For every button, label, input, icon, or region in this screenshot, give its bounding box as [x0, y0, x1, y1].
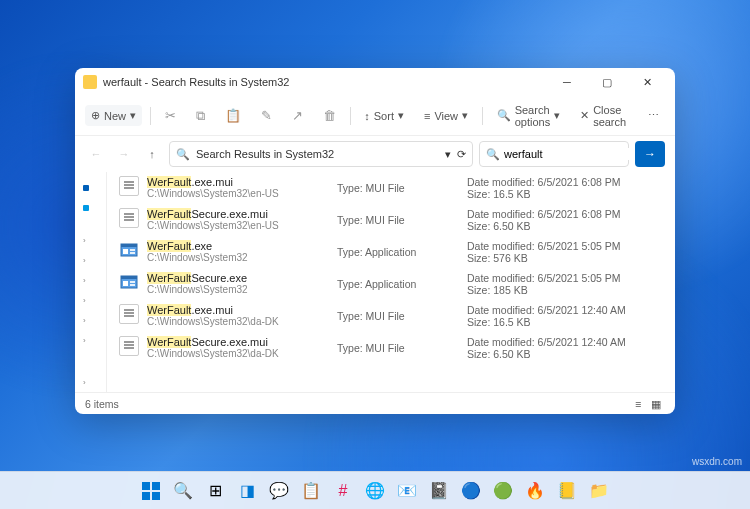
thumbnails-view-button[interactable]: ▦ — [647, 397, 665, 411]
file-type: Type: MUI File — [337, 336, 467, 360]
nav-pane: › › › › › › › — [75, 172, 107, 392]
sidebar-expand[interactable]: › — [75, 250, 106, 270]
file-name: WerFault.exe.mui — [147, 176, 337, 188]
file-date: Date modified: 6/5/2021 5:05 PM — [467, 240, 667, 252]
sort-button[interactable]: ↕ Sort ▾ — [358, 105, 410, 126]
minimize-button[interactable]: ─ — [547, 68, 587, 96]
svg-rect-10 — [142, 482, 150, 490]
result-row[interactable]: WerFault.exeC:\Windows\System32Type: App… — [107, 236, 675, 268]
command-bar: ⊕ New ▾ ✂ ⧉ 📋 ✎ ↗ 🗑 ↕ Sort ▾ ≡ View ▾ 🔍 … — [75, 96, 675, 136]
file-date: Date modified: 6/5/2021 12:40 AM — [467, 304, 667, 316]
taskbar-app-icon[interactable]: 🟢 — [489, 477, 517, 505]
result-row[interactable]: WerFaultSecure.exe.muiC:\Windows\System3… — [107, 204, 675, 236]
copy-button[interactable]: ⧉ — [190, 104, 211, 128]
refresh-button[interactable]: ⟳ — [457, 148, 466, 161]
address-bar-row: ← → ↑ 🔍 Search Results in System32 ▾ ⟳ 🔍… — [75, 136, 675, 172]
close-button[interactable]: ✕ — [627, 68, 667, 96]
file-size: Size: 16.5 KB — [467, 188, 667, 200]
edge-icon[interactable]: 🌐 — [361, 477, 389, 505]
cut-button[interactable]: ✂ — [159, 104, 182, 127]
file-size: Size: 576 KB — [467, 252, 667, 264]
search-options-button[interactable]: 🔍 Search options ▾ — [491, 100, 566, 132]
taskbar-app-icon[interactable]: 📋 — [297, 477, 325, 505]
search-go-button[interactable]: → — [635, 141, 665, 167]
file-date: Date modified: 6/5/2021 6:08 PM — [467, 208, 667, 220]
maximize-button[interactable]: ▢ — [587, 68, 627, 96]
file-icon — [119, 304, 139, 324]
file-path: C:\Windows\System32 — [147, 252, 337, 263]
window-title: werfault - Search Results in System32 — [103, 76, 289, 88]
file-size: Size: 6.50 KB — [467, 220, 667, 232]
rename-button[interactable]: ✎ — [255, 104, 278, 127]
results-list: WerFault.exe.muiC:\Windows\System32\en-U… — [107, 172, 675, 392]
search-glyph-icon: 🔍 — [176, 148, 190, 161]
taskbar-app-icon[interactable]: 🔥 — [521, 477, 549, 505]
taskbar-app-icon[interactable]: 🔵 — [457, 477, 485, 505]
taskbar-app-icon[interactable]: 💬 — [265, 477, 293, 505]
file-type: Type: Application — [337, 240, 467, 264]
search-taskbar-button[interactable]: 🔍 — [169, 477, 197, 505]
sidebar-expand[interactable]: › — [75, 310, 106, 330]
close-search-button[interactable]: ✕ Close search — [574, 100, 634, 132]
svg-rect-2 — [123, 249, 128, 254]
taskbar-app-icon[interactable]: 📧 — [393, 477, 421, 505]
sidebar-item[interactable] — [75, 178, 106, 198]
status-bar: 6 items ≡ ▦ — [75, 392, 675, 414]
more-button[interactable]: ⋯ — [642, 105, 665, 126]
file-icon — [119, 208, 139, 228]
application-icon — [119, 272, 139, 292]
svg-rect-3 — [130, 249, 135, 251]
file-icon — [119, 176, 139, 196]
taskbar-app-icon[interactable]: 📓 — [425, 477, 453, 505]
file-name: WerFault.exe.mui — [147, 304, 337, 316]
delete-button[interactable]: 🗑 — [317, 104, 342, 127]
file-path: C:\Windows\System32\da-DK — [147, 316, 337, 327]
paste-button[interactable]: 📋 — [219, 104, 247, 127]
new-button[interactable]: ⊕ New ▾ — [85, 105, 142, 126]
svg-rect-6 — [121, 276, 137, 279]
search-input[interactable] — [504, 148, 642, 160]
sidebar-expand[interactable]: › — [75, 270, 106, 290]
file-path: C:\Windows\System32\da-DK — [147, 348, 337, 359]
svg-rect-1 — [121, 244, 137, 247]
result-row[interactable]: WerFaultSecure.exe.muiC:\Windows\System3… — [107, 332, 675, 364]
svg-rect-8 — [130, 281, 135, 283]
task-view-button[interactable]: ⊞ — [201, 477, 229, 505]
svg-rect-12 — [142, 492, 150, 500]
titlebar[interactable]: werfault - Search Results in System32 ─ … — [75, 68, 675, 96]
start-button[interactable] — [137, 477, 165, 505]
file-icon — [119, 336, 139, 356]
svg-rect-13 — [152, 492, 160, 500]
sidebar-item[interactable] — [75, 198, 106, 218]
search-box[interactable]: 🔍 × — [479, 141, 629, 167]
svg-rect-4 — [130, 252, 135, 254]
details-view-button[interactable]: ≡ — [629, 397, 647, 411]
file-path: C:\Windows\System32 — [147, 284, 337, 295]
file-explorer-window: werfault - Search Results in System32 ─ … — [75, 68, 675, 414]
sidebar-expand[interactable]: › — [75, 330, 106, 350]
file-size: Size: 185 KB — [467, 284, 667, 296]
taskbar-app-icon[interactable]: 📒 — [553, 477, 581, 505]
address-bar[interactable]: 🔍 Search Results in System32 ▾ ⟳ — [169, 141, 473, 167]
file-name: WerFaultSecure.exe — [147, 272, 337, 284]
widgets-button[interactable]: ◨ — [233, 477, 261, 505]
sidebar-expand[interactable]: › — [75, 230, 106, 250]
file-date: Date modified: 6/5/2021 5:05 PM — [467, 272, 667, 284]
sidebar-expand[interactable]: › — [75, 372, 106, 392]
share-button[interactable]: ↗ — [286, 104, 309, 127]
application-icon — [119, 240, 139, 260]
result-row[interactable]: WerFault.exe.muiC:\Windows\System32\da-D… — [107, 300, 675, 332]
file-explorer-taskbar-icon[interactable]: 📁 — [585, 477, 613, 505]
taskbar-app-icon[interactable]: # — [329, 477, 357, 505]
view-button[interactable]: ≡ View ▾ — [418, 105, 474, 126]
sidebar-expand[interactable]: › — [75, 290, 106, 310]
result-row[interactable]: WerFaultSecure.exeC:\Windows\System32Typ… — [107, 268, 675, 300]
result-row[interactable]: WerFault.exe.muiC:\Windows\System32\en-U… — [107, 172, 675, 204]
svg-rect-7 — [123, 281, 128, 286]
up-button[interactable]: ↑ — [141, 143, 163, 165]
file-path: C:\Windows\System32\en-US — [147, 220, 337, 231]
forward-button[interactable]: → — [113, 143, 135, 165]
back-button[interactable]: ← — [85, 143, 107, 165]
file-name: WerFault.exe — [147, 240, 337, 252]
file-type: Type: Application — [337, 272, 467, 296]
